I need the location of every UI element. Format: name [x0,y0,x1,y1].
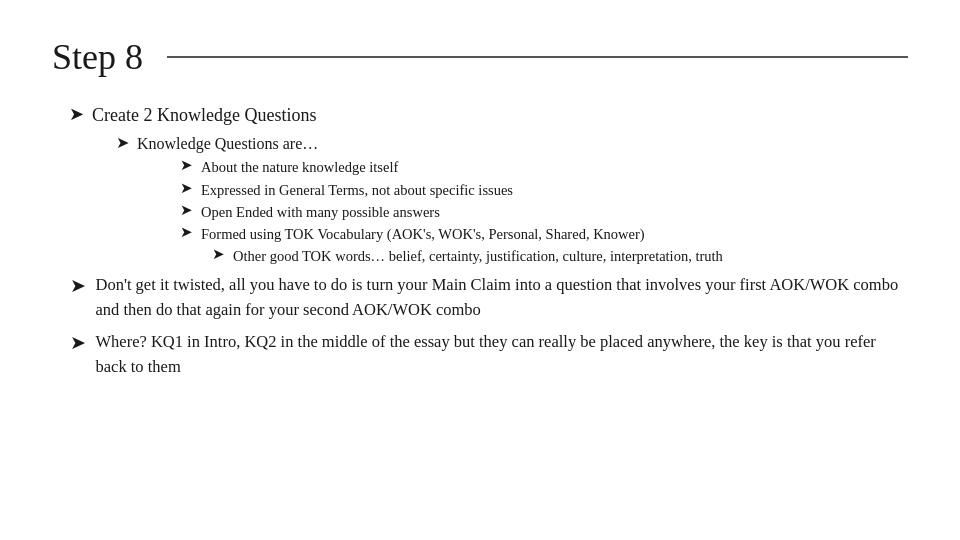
section-where-kq: ➤ Where? KQ1 in Intro, KQ2 in the middle… [60,330,908,380]
slide-content: ➤ Create 2 Knowledge Questions ➤ Knowled… [52,102,908,380]
bullet-kq-are: ➤ [116,133,129,152]
section-create-kq: ➤ Create 2 Knowledge Questions ➤ Knowled… [60,102,908,267]
kq-sub-items: ➤ About the nature knowledge itself ➤ Ex… [120,157,908,266]
bullet-where-kq: ➤ [60,331,86,354]
text-other-words: Other good TOK words… belief, certainty,… [233,246,723,266]
slide: Step 8 ➤ Create 2 Knowledge Questions ➤ … [0,0,960,540]
bullet-create-kq: ➤ [60,103,84,125]
bullet-expressed: ➤ [180,180,193,197]
sub-kq-are: ➤ Knowledge Questions are… ➤ About the n… [88,132,908,267]
bullet-other-words: ➤ [212,246,225,263]
item-open-ended: ➤ Open Ended with many possible answers [180,202,908,222]
level2-kq-are: ➤ Knowledge Questions are… [116,132,908,155]
title-divider [167,56,908,58]
bullet-open-ended: ➤ [180,202,193,219]
section-dont-get-twisted: ➤ Don't get it twisted, all you have to … [60,273,908,323]
item-other-words: ➤ Other good TOK words… belief, certaint… [152,246,908,266]
text-where-kq: Where? KQ1 in Intro, KQ2 in the middle o… [96,330,909,380]
level1-dont-twisted: ➤ Don't get it twisted, all you have to … [60,273,908,323]
bullet-formed-using: ➤ [180,224,193,241]
text-kq-are: Knowledge Questions are… [137,132,318,155]
level1-where-kq: ➤ Where? KQ1 in Intro, KQ2 in the middle… [60,330,908,380]
bullet-about-nature: ➤ [180,157,193,174]
text-expressed: Expressed in General Terms, not about sp… [201,180,513,200]
level1-create-kq: ➤ Create 2 Knowledge Questions [60,102,908,128]
bullet-dont-twisted: ➤ [60,274,86,297]
text-create-kq: Create 2 Knowledge Questions [92,102,316,128]
item-formed-using: ➤ Formed using TOK Vocabulary (AOK's, WO… [180,224,908,244]
text-dont-twisted: Don't get it twisted, all you have to do… [96,273,909,323]
slide-title: Step 8 [52,36,143,78]
item-expressed: ➤ Expressed in General Terms, not about … [180,180,908,200]
level3-other-words: ➤ Other good TOK words… belief, certaint… [212,246,908,266]
text-formed-using: Formed using TOK Vocabulary (AOK's, WOK'… [201,224,645,244]
item-about-nature: ➤ About the nature knowledge itself [180,157,908,177]
text-about-nature: About the nature knowledge itself [201,157,398,177]
header-row: Step 8 [52,36,908,78]
text-open-ended: Open Ended with many possible answers [201,202,440,222]
